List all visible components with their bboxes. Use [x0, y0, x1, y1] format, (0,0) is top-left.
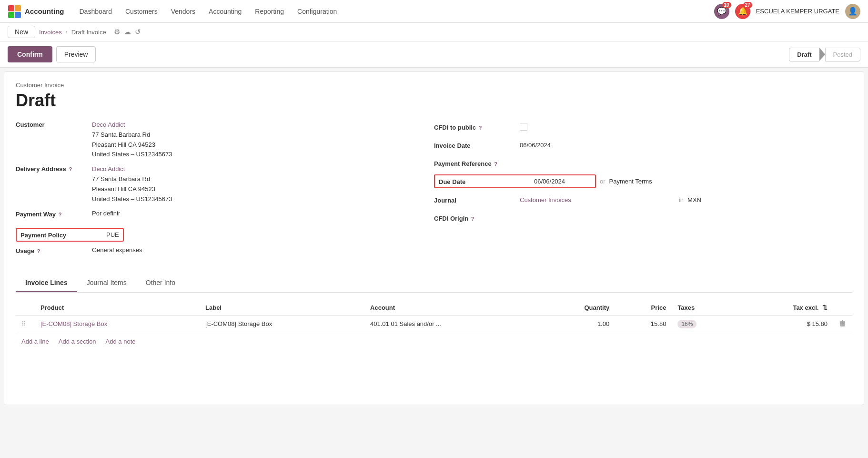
svg-rect-2: [8, 12, 14, 18]
top-navigation: Accounting Dashboard Customers Vendors A…: [0, 0, 868, 23]
drag-icon: ⠿: [21, 320, 26, 327]
cfdi-origin-label: CFDI Origin ?: [434, 214, 520, 222]
row-account[interactable]: 401.01.01 Sales and/or ...: [364, 316, 538, 332]
username-label[interactable]: ESCUELA KEMPER URGATE: [756, 8, 839, 15]
status-posted[interactable]: Posted: [825, 48, 860, 61]
messages-button[interactable]: 💬 10: [714, 4, 729, 19]
add-note-link[interactable]: Add a note: [106, 338, 136, 345]
tab-journal-items[interactable]: Journal Items: [77, 274, 136, 292]
row-product[interactable]: [E-COM08] Storage Box: [35, 316, 200, 332]
col-quantity: Quantity: [538, 300, 615, 316]
invoice-date-value[interactable]: 06/06/2024: [520, 142, 843, 149]
row-price[interactable]: 15.80: [615, 316, 672, 332]
usage-label: Usage ?: [16, 246, 92, 254]
col-taxes: Taxes: [672, 300, 736, 316]
payment-policy-label: Payment Policy: [20, 231, 97, 239]
svg-rect-1: [15, 5, 21, 11]
col-drag: [16, 300, 35, 316]
cfdi-public-checkbox[interactable]: [520, 123, 527, 131]
col-price: Price: [615, 300, 672, 316]
row-quantity[interactable]: 1.00: [538, 316, 615, 332]
tabs-bar: Invoice Lines Journal Items Other Info: [16, 274, 852, 293]
payment-way-help-icon: ?: [59, 212, 62, 217]
confirm-button[interactable]: Confirm: [8, 46, 52, 62]
nav-reporting[interactable]: Reporting: [249, 5, 290, 18]
alerts-badge: 27: [743, 2, 752, 8]
status-arrow: [819, 48, 825, 61]
delivery-value: Deco Addict 77 Santa Barbara Rd Pleasant…: [92, 164, 172, 204]
customer-field: Customer Deco Addict 77 Santa Barbara Rd…: [16, 120, 424, 160]
settings-icon[interactable]: ⚙: [114, 28, 120, 36]
col-tax-excl: Tax excl. ⇅: [736, 300, 833, 316]
payment-way-value[interactable]: Por definir: [92, 210, 424, 217]
payment-policy-value[interactable]: PUE: [106, 231, 119, 238]
cfdi-origin-help-icon: ?: [471, 216, 474, 222]
nav-dashboard[interactable]: Dashboard: [74, 5, 118, 18]
add-line-link[interactable]: Add a line: [21, 338, 49, 345]
tab-other-info[interactable]: Other Info: [136, 274, 185, 292]
delivery-name[interactable]: Deco Addict: [92, 164, 172, 174]
app-name: Accounting: [25, 7, 64, 15]
invoice-date-field: Invoice Date 06/06/2024: [434, 138, 843, 152]
col-account: Account: [364, 300, 538, 316]
document-title: Draft: [16, 91, 852, 111]
messages-badge: 10: [722, 2, 731, 8]
row-drag-handle[interactable]: ⠿: [16, 316, 35, 332]
delivery-addr2: Pleasant Hill CA 94523: [92, 184, 172, 194]
action-bar: Confirm Preview Draft Posted: [0, 41, 868, 68]
status-draft[interactable]: Draft: [789, 48, 819, 61]
currency-value[interactable]: MXN: [687, 196, 843, 204]
cloud-icon[interactable]: ☁: [124, 28, 131, 36]
in-text: in: [679, 196, 684, 204]
delivery-field: Delivery Address ? Deco Addict 77 Santa …: [16, 164, 424, 204]
payment-policy-bordered[interactable]: Payment Policy PUE: [16, 228, 124, 242]
logo-icon: [8, 5, 21, 18]
new-button[interactable]: New: [8, 26, 35, 38]
status-breadcrumb: Draft Posted: [789, 48, 860, 61]
due-date-bordered[interactable]: Due Date 06/06/2024: [434, 174, 596, 188]
add-links: Add a line Add a section Add a note: [16, 332, 852, 351]
delivery-help-icon: ?: [69, 166, 72, 172]
form-grid: Customer Deco Addict 77 Santa Barbara Rd…: [16, 120, 852, 265]
due-date-value[interactable]: 06/06/2024: [534, 178, 591, 185]
due-date-label: Due Date: [439, 177, 525, 185]
add-section-link[interactable]: Add a section: [59, 338, 96, 345]
delete-icon[interactable]: 🗑: [839, 319, 847, 327]
tab-invoice-lines[interactable]: Invoice Lines: [16, 274, 77, 292]
row-label[interactable]: [E-COM08] Storage Box: [200, 316, 364, 332]
table-row: ⠿ [E-COM08] Storage Box [E-COM08] Storag…: [16, 316, 852, 332]
nav-accounting[interactable]: Accounting: [203, 5, 247, 18]
tax-badge[interactable]: 16%: [677, 320, 696, 328]
nav-vendors[interactable]: Vendors: [165, 5, 201, 18]
row-taxes: 16%: [672, 316, 736, 332]
payment-terms-value[interactable]: Payment Terms: [609, 178, 843, 185]
payment-policy-field: Payment Policy PUE: [16, 228, 424, 242]
col-actions: [833, 300, 852, 316]
breadcrumb-parent[interactable]: Invoices: [39, 29, 62, 36]
delivery-addr1: 77 Santa Barbara Rd: [92, 174, 172, 184]
col-product: Product: [35, 300, 200, 316]
or-text: or: [600, 178, 606, 185]
cfdi-origin-field: CFDI Origin ?: [434, 211, 843, 224]
payment-ref-field: Payment Reference ?: [434, 156, 843, 170]
customer-label: Customer: [16, 120, 92, 128]
usage-help-icon: ?: [37, 248, 40, 254]
svg-rect-3: [15, 12, 21, 18]
breadcrumb-current: Draft Invoice: [71, 29, 106, 36]
undo-icon[interactable]: ↺: [135, 28, 141, 36]
delivery-label: Delivery Address ?: [16, 164, 92, 173]
breadcrumb-bar: New Invoices › Draft Invoice ⚙ ☁ ↺: [0, 23, 868, 41]
user-avatar[interactable]: 👤: [845, 4, 860, 19]
document-type-label: Customer Invoice: [16, 81, 852, 89]
journal-value[interactable]: Customer Invoices: [520, 196, 675, 204]
row-delete[interactable]: 🗑: [833, 316, 852, 332]
nav-customers[interactable]: Customers: [120, 5, 163, 18]
alerts-button[interactable]: 🔔 27: [735, 4, 750, 19]
app-logo[interactable]: Accounting: [8, 5, 64, 18]
nav-configuration[interactable]: Configuration: [292, 5, 343, 18]
usage-value[interactable]: General expenses: [92, 246, 424, 254]
invoice-lines-table: Product Label Account Quantity Price Tax…: [16, 300, 852, 332]
preview-button[interactable]: Preview: [56, 46, 96, 62]
customer-name[interactable]: Deco Addict: [92, 120, 172, 130]
payment-ref-help-icon: ?: [494, 161, 497, 167]
